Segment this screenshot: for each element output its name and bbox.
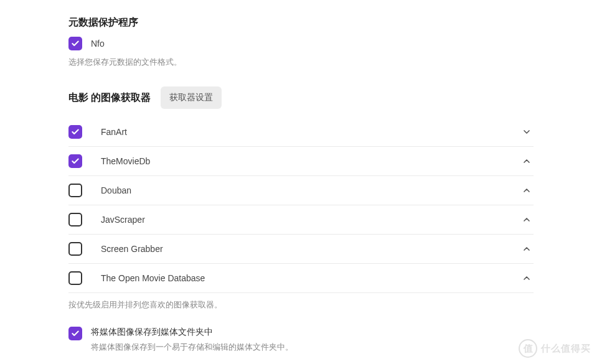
fetcher-label: TheMovieDb <box>101 156 520 166</box>
fetcher-checkbox-douban[interactable] <box>68 184 82 197</box>
chevron-up-icon[interactable] <box>520 154 534 168</box>
nfo-checkbox[interactable] <box>68 37 82 50</box>
fetcher-label: The Open Movie Database <box>101 273 520 283</box>
nfo-label: Nfo <box>91 39 105 49</box>
chevron-up-icon[interactable] <box>520 271 534 285</box>
metadata-help: 选择您保存元数据的文件格式。 <box>68 57 534 68</box>
fetcher-checkbox-screengrabber[interactable] <box>68 242 82 256</box>
save-media-section: 将媒体图像保存到媒体文件夹中 将媒体图像保存到一个易于存储和编辑的媒体文件夹中。 <box>68 327 534 353</box>
fetcher-label: Douban <box>101 185 520 195</box>
fetchers-title: 电影 的图像获取器 <box>68 91 151 105</box>
watermark-glyph: 值 <box>519 339 537 358</box>
fetchers-section: 电影 的图像获取器 获取器设置 FanArt TheMovieDb <box>68 86 534 310</box>
chevron-up-icon[interactable] <box>520 184 534 197</box>
fetcher-label: FanArt <box>101 127 520 137</box>
list-item: FanArt <box>68 118 534 147</box>
fetchers-help: 按优先级启用并排列您喜欢的图像获取器。 <box>68 299 534 310</box>
fetchers-list: FanArt TheMovieDb Douban <box>68 118 534 293</box>
fetcher-label: Screen Grabber <box>101 244 520 254</box>
list-item: TheMovieDb <box>68 147 534 176</box>
save-media-title: 将媒体图像保存到媒体文件夹中 <box>91 327 293 338</box>
fetcher-checkbox-omdb[interactable] <box>68 271 82 285</box>
watermark: 值 什么值得买 <box>519 339 591 358</box>
fetcher-settings-button[interactable]: 获取器设置 <box>161 86 222 109</box>
metadata-section: 元数据保护程序 Nfo 选择您保存元数据的文件格式。 <box>68 16 534 68</box>
list-item: JavScraper <box>68 205 534 235</box>
chevron-up-icon[interactable] <box>520 213 534 226</box>
watermark-text: 什么值得买 <box>541 343 591 355</box>
list-item: The Open Movie Database <box>68 264 534 293</box>
metadata-title: 元数据保护程序 <box>68 16 534 29</box>
fetcher-checkbox-fanart[interactable] <box>68 125 82 139</box>
fetcher-label: JavScraper <box>101 215 520 225</box>
fetcher-checkbox-themoviedb[interactable] <box>68 154 82 168</box>
chevron-up-icon[interactable] <box>520 242 534 256</box>
list-item: Douban <box>68 176 534 205</box>
save-media-desc: 将媒体图像保存到一个易于存储和编辑的媒体文件夹中。 <box>91 342 293 353</box>
fetcher-checkbox-javscraper[interactable] <box>68 213 82 226</box>
chevron-down-icon[interactable] <box>520 125 534 139</box>
save-media-checkbox[interactable] <box>68 327 82 340</box>
list-item: Screen Grabber <box>68 235 534 264</box>
